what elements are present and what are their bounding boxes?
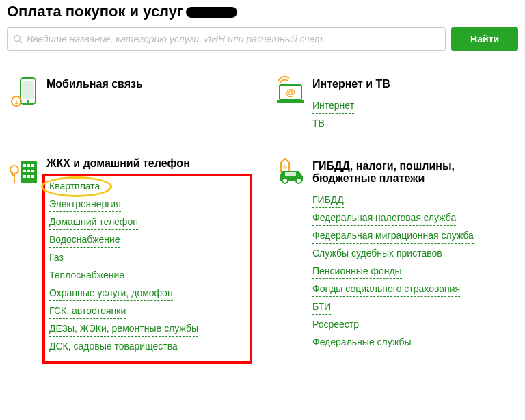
svg-rect-8 [277, 100, 304, 103]
svg-text:@: @ [286, 87, 295, 98]
search-bar: Найти [7, 27, 518, 51]
search-input-wrap [7, 27, 446, 51]
link-electricity[interactable]: Электроэнергия [49, 197, 121, 212]
svg-point-23 [283, 165, 287, 169]
category-title[interactable]: Интернет и ТВ [312, 78, 518, 90]
internet-tv-icon: @ [273, 74, 307, 111]
link-garden-coops[interactable]: ДСК, садовые товарищества [49, 339, 178, 354]
police-car-icon [273, 156, 307, 193]
category-internet: @ Интернет и ТВ Интернет ТВ [273, 74, 518, 137]
search-button[interactable]: Найти [451, 27, 518, 51]
svg-line-1 [20, 41, 23, 44]
svg-rect-15 [27, 170, 30, 172]
link-parking[interactable]: ГСК, автостоянки [49, 304, 126, 319]
svg-rect-17 [23, 175, 26, 178]
link-bailiffs[interactable]: Службы судебных приставов [312, 246, 442, 261]
category-title[interactable]: ЖКХ и домашний телефон [46, 157, 252, 170]
link-migration-service[interactable]: Федеральная миграционная служба [312, 228, 474, 244]
svg-rect-11 [23, 164, 26, 167]
link-federal-services[interactable]: Федеральные службы [312, 335, 412, 350]
link-gibdd[interactable]: ГИБДД [312, 193, 344, 208]
link-security-domofon[interactable]: Охранные услуги, домофон [49, 286, 173, 301]
link-rosreestr[interactable]: Росреестр [312, 317, 359, 332]
mobile-phone-icon: 1 [7, 74, 41, 111]
svg-text:1: 1 [14, 99, 18, 105]
link-water[interactable]: Водоснабжение [49, 233, 120, 248]
svg-rect-3 [22, 81, 34, 99]
link-home-phone[interactable]: Домашний телефон [49, 215, 138, 230]
link-kvartplata[interactable]: Квартплата [49, 179, 100, 194]
svg-rect-18 [27, 175, 30, 178]
category-title[interactable]: Мобильная связь [46, 78, 252, 90]
redacted-text [186, 7, 237, 18]
link-social-insurance[interactable]: Фонды социального страхования [312, 282, 460, 297]
search-icon [13, 34, 23, 44]
svg-rect-19 [31, 175, 34, 178]
link-heating[interactable]: Теплоснабжение [49, 268, 124, 283]
link-internet[interactable]: Интернет [312, 99, 354, 114]
link-bti[interactable]: БТИ [312, 300, 331, 315]
svg-rect-12 [27, 164, 30, 167]
svg-point-25 [296, 178, 301, 183]
utilities-links-highlighted: Квартплата Электроэнергия Домашний телеф… [42, 174, 252, 364]
category-government: ГИБДД, налоги, пошлины, бюджетные платеж… [273, 156, 518, 364]
svg-point-4 [27, 100, 29, 103]
search-input[interactable] [27, 34, 440, 44]
svg-point-20 [10, 166, 18, 174]
link-tv[interactable]: ТВ [312, 116, 325, 131]
category-utilities: ЖКХ и домашний телефон Квартплата Электр… [7, 156, 252, 364]
svg-point-24 [282, 178, 288, 183]
category-title[interactable]: ГИБДД, налоги, пошлины, бюджетные платеж… [312, 160, 518, 185]
link-gas[interactable]: Газ [49, 250, 64, 265]
svg-rect-26 [285, 172, 296, 176]
link-tax-service[interactable]: Федеральная налоговая служба [312, 211, 456, 226]
link-repair-services[interactable]: ДЕЗы, ЖЭКи, ремонтные службы [49, 321, 198, 337]
svg-rect-16 [31, 170, 34, 172]
svg-rect-13 [31, 164, 34, 167]
category-mobile: 1 Мобильная связь [7, 74, 252, 137]
house-building-icon [7, 156, 41, 193]
page-title: Оплата покупок и услуг [7, 3, 518, 21]
svg-rect-14 [23, 170, 26, 172]
svg-point-0 [14, 36, 21, 42]
link-pension-funds[interactable]: Пенсионные фонды [312, 264, 402, 279]
